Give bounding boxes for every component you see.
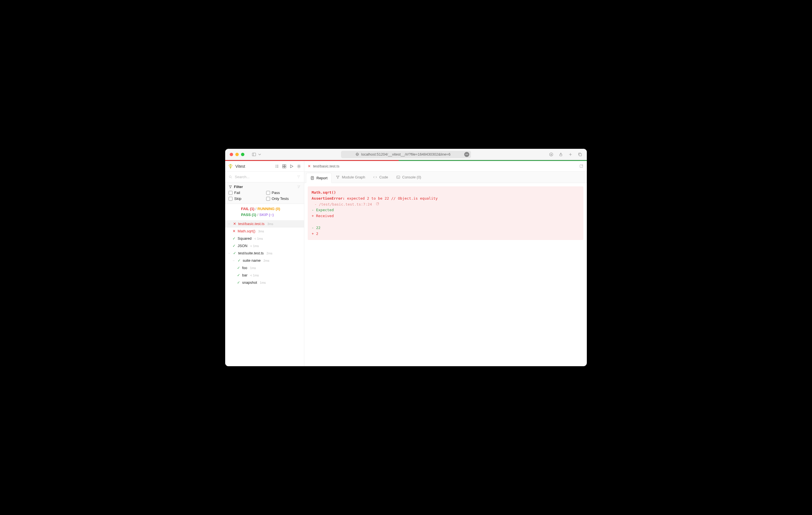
svg-line-30 xyxy=(300,165,300,165)
status-fail-icon: ✕ xyxy=(232,229,236,233)
filter-skip-checkbox[interactable]: Skip xyxy=(229,196,263,201)
address-url: localhost:51204/__vitest__/#/?file=16484… xyxy=(361,152,451,156)
error-type: AssertionError: xyxy=(312,196,345,201)
list-tree-icon[interactable] xyxy=(274,164,279,169)
graph-icon xyxy=(336,175,340,179)
address-bar[interactable]: localhost:51204/__vitest__/#/?file=16484… xyxy=(341,151,471,158)
window-controls xyxy=(230,153,244,156)
search-input[interactable] xyxy=(235,175,294,179)
search-row xyxy=(225,172,304,182)
results-summary: FAIL (1) / RUNNING (0) PASS (1) / SKIP (… xyxy=(225,204,304,220)
svg-point-23 xyxy=(298,165,299,167)
tab-module-graph[interactable]: Module Graph xyxy=(332,172,369,183)
chevron-down-icon xyxy=(228,222,231,225)
tree-suite[interactable]: ✓ suite name 2ms xyxy=(225,257,304,264)
tree-file-basic[interactable]: ✕ test/basic.test.ts 3ms xyxy=(225,220,304,228)
search-icon xyxy=(229,175,233,179)
tree-test-snapshot[interactable]: ✓ snapshot 1ms xyxy=(225,279,304,286)
tab-code[interactable]: Code xyxy=(369,172,392,183)
filter-icon xyxy=(229,185,232,189)
window-close-button[interactable] xyxy=(230,153,233,156)
svg-marker-22 xyxy=(290,164,293,168)
status-pass-icon: ✓ xyxy=(236,266,240,270)
clear-filter-icon[interactable] xyxy=(297,185,300,189)
tree-test-squared[interactable]: ✓ Squared < 1ms xyxy=(225,235,304,242)
diff-expected-value: - 22 xyxy=(312,225,579,231)
test-tree: ✕ test/basic.test.ts 3ms ✕ Math.sqrt() 3… xyxy=(225,220,304,286)
main-panel: ✕ test/basic.test.ts Report Module Graph… xyxy=(304,161,587,366)
chevron-down-icon xyxy=(257,152,262,157)
dashboard-icon[interactable] xyxy=(282,164,287,169)
tree-file-suite[interactable]: ✓ test/suite.test.ts 2ms xyxy=(225,250,304,257)
file-tab-bar: ✕ test/basic.test.ts xyxy=(304,161,587,172)
tree-test-foo[interactable]: ✓ foo 1ms xyxy=(225,264,304,272)
sidebar: Vitest Filter xyxy=(225,161,304,366)
chevron-down-icon xyxy=(232,259,235,262)
filter-panel: Filter Fail Pass Skip Only Tests xyxy=(225,182,304,204)
titlebar: localhost:51204/__vitest__/#/?file=16484… xyxy=(225,149,587,160)
open-location-icon[interactable] xyxy=(376,202,379,206)
vitest-logo-icon xyxy=(228,164,233,169)
tab-console[interactable]: Console (0) xyxy=(392,172,425,183)
filter-pass-checkbox[interactable]: Pass xyxy=(266,190,301,195)
error-panel: Math.sqrt() AssertionError: expected 2 t… xyxy=(308,186,583,240)
reader-badge-icon[interactable]: ••• xyxy=(464,152,469,157)
clear-search-icon[interactable] xyxy=(297,175,300,179)
svg-line-45 xyxy=(337,177,338,178)
download-icon[interactable] xyxy=(549,152,553,157)
summary-pass: PASS (1) xyxy=(241,213,256,217)
run-icon[interactable] xyxy=(289,164,294,169)
svg-line-46 xyxy=(338,177,339,178)
summary-fail: FAIL (1) xyxy=(241,207,254,211)
window-maximize-button[interactable] xyxy=(241,153,244,156)
sidebar-header: Vitest xyxy=(225,161,304,172)
svg-point-32 xyxy=(229,176,231,178)
svg-rect-48 xyxy=(397,176,400,178)
svg-rect-20 xyxy=(283,166,284,168)
status-pass-icon: ✓ xyxy=(232,236,236,241)
tabs-icon[interactable] xyxy=(578,152,582,157)
error-location[interactable]: - /test/basic.test.ts:7:24 xyxy=(315,202,372,206)
browser-sidebar-toggle[interactable] xyxy=(252,152,262,157)
browser-window: localhost:51204/__vitest__/#/?file=16484… xyxy=(225,149,587,366)
diff-expected-label: - Expected xyxy=(312,207,579,213)
window-minimize-button[interactable] xyxy=(235,153,239,156)
status-pass-icon: ✓ xyxy=(232,244,236,248)
file-tab-label[interactable]: test/basic.test.ts xyxy=(313,164,339,168)
svg-rect-0 xyxy=(252,153,256,156)
theme-icon[interactable] xyxy=(297,164,301,169)
diff-received-label: + Received xyxy=(312,213,579,219)
status-pass-icon: ✓ xyxy=(236,273,240,277)
tab-report[interactable]: Report xyxy=(306,173,332,183)
globe-icon xyxy=(355,152,359,156)
tree-test-json[interactable]: ✓ JSON < 1ms xyxy=(225,242,304,250)
filter-label: Filter xyxy=(234,185,243,189)
report-icon xyxy=(310,176,315,180)
chevron-down-icon xyxy=(228,252,231,255)
svg-point-43 xyxy=(339,176,339,177)
close-file-icon[interactable]: ✕ xyxy=(308,164,311,168)
svg-line-37 xyxy=(581,165,583,166)
filter-only-checkbox[interactable]: Only Tests xyxy=(266,196,301,201)
new-tab-icon[interactable] xyxy=(568,152,573,157)
tree-test-bar[interactable]: ✓ bar < 1ms xyxy=(225,272,304,279)
svg-point-42 xyxy=(337,176,337,177)
status-fail-icon: ✕ xyxy=(233,222,236,226)
main-tabs: Report Module Graph Code Console (0) xyxy=(304,172,587,183)
filter-fail-checkbox[interactable]: Fail xyxy=(229,190,263,195)
diff-received-value: + 2 xyxy=(312,231,579,237)
status-pass-icon: ✓ xyxy=(233,251,236,255)
share-icon[interactable] xyxy=(558,152,563,157)
svg-rect-21 xyxy=(285,166,286,168)
error-message: expected 2 to be 22 // Object.is equalit… xyxy=(347,196,438,201)
status-pass-icon: ✓ xyxy=(237,259,241,263)
svg-rect-11 xyxy=(579,153,582,156)
app-title: Vitest xyxy=(235,164,245,169)
summary-running: RUNNING (0) xyxy=(257,207,280,211)
svg-line-35 xyxy=(297,185,300,188)
svg-line-31 xyxy=(297,167,298,168)
external-link-icon[interactable] xyxy=(579,164,583,168)
svg-line-51 xyxy=(377,203,379,204)
tree-test-mathsqrt[interactable]: ✕ Math.sqrt() 3ms xyxy=(225,228,304,235)
code-icon xyxy=(373,175,377,179)
